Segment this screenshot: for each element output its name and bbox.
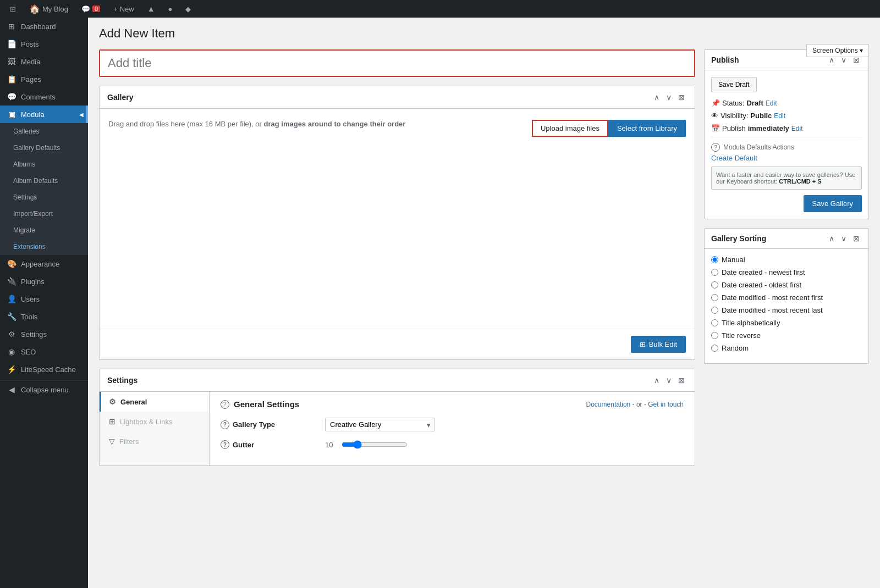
- site-name-item[interactable]: 🏠 My Blog: [26, 0, 72, 18]
- gallery-collapse-up-button[interactable]: ∧: [652, 92, 662, 103]
- upload-image-files-button[interactable]: Upload image files: [532, 120, 608, 137]
- gallery-type-help-badge[interactable]: ?: [221, 420, 229, 429]
- sorting-title: Gallery Sorting: [711, 234, 827, 243]
- documentation-link[interactable]: Documentation: [586, 401, 631, 408]
- sorting-collapse-up-button[interactable]: ∧: [827, 233, 837, 244]
- select-from-library-button[interactable]: Select from Library: [608, 120, 686, 137]
- sorting-close-button[interactable]: ⊠: [851, 233, 862, 244]
- gallery-collapse-down-button[interactable]: ∨: [664, 92, 674, 103]
- settings-nav-lightbox[interactable]: ⊞ Lightbox & Links: [100, 412, 209, 431]
- sidebar-item-dashboard[interactable]: ⊞ Dashboard: [0, 18, 88, 35]
- dashboard-icon: ⊞: [7, 22, 16, 31]
- collapse-label: Collapse menu: [21, 386, 69, 394]
- diamond-icon: ◆: [185, 5, 191, 13]
- settings-close-button[interactable]: ⊠: [676, 375, 687, 386]
- gallery-type-select-wrap: Creative Gallery Grid Masonry Slider: [325, 418, 435, 431]
- woo-item[interactable]: ▲: [144, 0, 158, 18]
- settings-nav-general[interactable]: ⚙ General: [100, 392, 209, 412]
- save-gallery-button[interactable]: Save Gallery: [804, 195, 862, 212]
- sidebar-item-media[interactable]: 🖼 Media: [0, 53, 88, 70]
- gutter-label: Gutter: [233, 441, 254, 449]
- comments-item[interactable]: 💬 0: [78, 0, 103, 18]
- sidebar-item-import-export[interactable]: Import/Export: [0, 206, 88, 222]
- sorting-radio-title-alpha[interactable]: [711, 319, 718, 326]
- sidebar-item-comments[interactable]: 💬 Comments: [0, 88, 88, 106]
- sorting-radio-date-created-oldest[interactable]: [711, 281, 718, 289]
- sorting-collapse-down-button[interactable]: ∨: [839, 233, 849, 244]
- publish-body: Save Draft 📌 Status: Draft Edit 👁 Visibi…: [705, 70, 868, 219]
- sorting-radio-date-created-newest[interactable]: [711, 269, 718, 276]
- get-in-touch-link[interactable]: Get in touch: [648, 401, 684, 408]
- settings-collapse-up-button[interactable]: ∧: [652, 375, 662, 386]
- sidebar-item-collapse[interactable]: ◀ Collapse menu: [0, 380, 88, 398]
- publish-edit-link[interactable]: Edit: [791, 125, 803, 132]
- sorting-radio-random[interactable]: [711, 345, 718, 352]
- sidebar-item-litespeed[interactable]: ⚡ LiteSpeed Cache: [0, 360, 88, 378]
- sidebar-item-plugins[interactable]: 🔌 Plugins: [0, 273, 88, 290]
- gallery-drop-text-static: Drag and drop files here (max 16 MB per …: [108, 120, 264, 128]
- sorting-header-controls: ∧ ∨ ⊠: [827, 233, 862, 244]
- modula-defaults-help-badge[interactable]: ?: [711, 143, 720, 152]
- sidebar-item-tools[interactable]: 🔧 Tools: [0, 308, 88, 325]
- gutter-slider[interactable]: [342, 440, 408, 449]
- title-input[interactable]: [100, 51, 694, 76]
- settings-panel: Settings ∧ ∨ ⊠ ⚙ General: [99, 369, 695, 466]
- sidebar-item-album-defaults[interactable]: Album Defaults: [0, 173, 88, 189]
- settings-bottom-label: Settings: [21, 330, 47, 339]
- screen-options-area: Screen Options ▾: [806, 44, 869, 57]
- bulk-edit-button[interactable]: ⊞ Bulk Edit: [631, 336, 686, 353]
- settings-bottom-icon: ⚙: [7, 330, 16, 339]
- sidebar-item-settings-bottom[interactable]: ⚙ Settings: [0, 325, 88, 343]
- site-name-label: My Blog: [42, 5, 68, 13]
- new-item[interactable]: + New: [110, 0, 138, 18]
- right-sidebar: Publish ∧ ∨ ⊠ Save Draft 📌 Status: Draft: [704, 49, 869, 475]
- gallery-footer: ⊞ Bulk Edit: [100, 329, 695, 359]
- sidebar-item-gallery-defaults[interactable]: Gallery Defaults: [0, 140, 88, 156]
- content-main: Gallery ∧ ∨ ⊠ Drag and drop files here (…: [99, 49, 695, 475]
- visibility-value: Public: [750, 112, 772, 120]
- diamond-item[interactable]: ◆: [182, 0, 194, 18]
- sorting-option-manual: Manual: [711, 256, 862, 264]
- save-draft-button[interactable]: Save Draft: [711, 77, 757, 92]
- sidebar-item-settings-modula[interactable]: Settings: [0, 189, 88, 206]
- wp-logo-item[interactable]: ⊞: [7, 0, 19, 18]
- settings-collapse-down-button[interactable]: ∨: [664, 375, 674, 386]
- sidebar-label-pages: Pages: [21, 75, 41, 84]
- sidebar-item-seo[interactable]: ◉ SEO: [0, 343, 88, 360]
- sorting-header: Gallery Sorting ∧ ∨ ⊠: [705, 229, 868, 249]
- gutter-value-display: 10: [325, 441, 336, 449]
- sorting-radio-manual[interactable]: [711, 256, 718, 263]
- sorting-radio-title-reverse[interactable]: [711, 332, 718, 339]
- modula-arrow-icon: ◀: [79, 112, 84, 118]
- sidebar-item-extensions[interactable]: Extensions: [0, 238, 88, 255]
- circle-icon: ●: [168, 5, 173, 13]
- gallery-type-select[interactable]: Creative Gallery Grid Masonry Slider: [325, 418, 435, 431]
- site-home-icon: 🏠: [29, 4, 40, 14]
- sorting-option-date-created-oldest: Date created - oldest first: [711, 281, 862, 289]
- gutter-help-badge[interactable]: ?: [221, 440, 229, 449]
- sidebar-item-users[interactable]: 👤 Users: [0, 290, 88, 308]
- sorting-radio-date-modified-recent[interactable]: [711, 294, 718, 301]
- gallery-close-button[interactable]: ⊠: [676, 92, 687, 103]
- users-icon: 👤: [7, 295, 16, 303]
- gallery-type-label-wrap: ? Gallery Type: [221, 420, 320, 429]
- modula-icon: ▣: [7, 110, 16, 119]
- sorting-radio-date-modified-last[interactable]: [711, 307, 718, 314]
- status-edit-link[interactable]: Edit: [766, 99, 777, 107]
- settings-section-header: ? General Settings Documentation - or - …: [221, 400, 684, 409]
- screen-options-button[interactable]: Screen Options ▾: [806, 44, 869, 57]
- sidebar-item-appearance[interactable]: 🎨 Appearance: [0, 255, 88, 273]
- sidebar-item-pages[interactable]: 📋 Pages: [0, 70, 88, 88]
- publish-label-text: Publish: [722, 124, 746, 132]
- sidebar-item-galleries[interactable]: Galleries: [0, 123, 88, 140]
- sidebar-item-posts[interactable]: 📄 Posts: [0, 35, 88, 53]
- settings-nav-general-icon: ⚙: [109, 397, 116, 406]
- create-default-link[interactable]: Create Default: [711, 154, 862, 162]
- settings-nav-filters[interactable]: ▽ Filters: [100, 431, 209, 451]
- circle-item[interactable]: ●: [165, 0, 176, 18]
- sidebar-item-modula[interactable]: ▣ Modula ◀: [0, 106, 88, 123]
- sidebar-item-albums[interactable]: Albums: [0, 156, 88, 173]
- visibility-edit-link[interactable]: Edit: [774, 112, 785, 120]
- general-settings-help-badge[interactable]: ?: [221, 400, 229, 409]
- sidebar-item-migrate[interactable]: Migrate: [0, 222, 88, 238]
